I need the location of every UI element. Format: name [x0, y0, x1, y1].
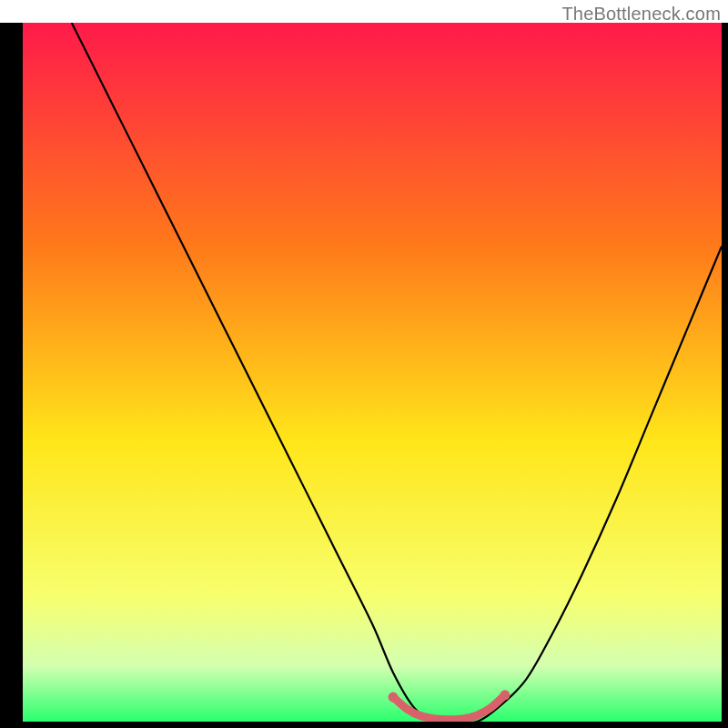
svg-point-1	[389, 693, 399, 703]
frame-bottom	[0, 722, 728, 728]
chart-container: TheBottleneck.com	[0, 0, 728, 728]
watermark-text: TheBottleneck.com	[561, 4, 721, 25]
gradient-background	[23, 23, 722, 722]
svg-point-2	[500, 690, 510, 700]
frame-left	[0, 23, 23, 728]
bottleneck-chart	[0, 0, 728, 728]
frame-right	[722, 23, 728, 728]
